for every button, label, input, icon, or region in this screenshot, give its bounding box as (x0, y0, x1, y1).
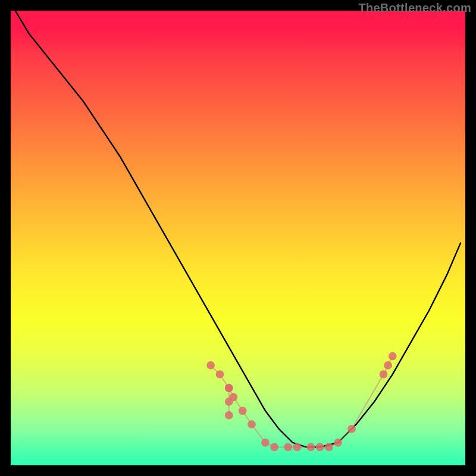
data-marker (225, 384, 233, 392)
data-marker (380, 370, 388, 378)
data-marker (334, 439, 342, 447)
markers-connector (211, 356, 393, 447)
markers-group (206, 352, 396, 452)
data-marker (316, 443, 324, 452)
curve-group (15, 11, 461, 447)
data-marker (384, 361, 392, 369)
data-marker (293, 443, 301, 452)
data-marker (216, 370, 224, 378)
data-marker (248, 420, 256, 428)
data-marker (284, 443, 292, 452)
chart-container: TheBottleneck.com (0, 0, 476, 476)
plot-area (11, 11, 465, 465)
bottleneck-curve (15, 11, 461, 447)
data-marker (270, 443, 278, 452)
watermark-label: TheBottleneck.com (358, 1, 471, 15)
data-marker (325, 443, 333, 452)
data-marker (225, 397, 233, 406)
data-marker (306, 443, 315, 452)
data-marker (261, 439, 270, 447)
data-marker (347, 425, 356, 433)
data-marker (389, 352, 397, 361)
data-marker (239, 406, 247, 415)
chart-svg (11, 11, 465, 465)
data-marker (206, 361, 215, 369)
data-marker (225, 411, 233, 419)
